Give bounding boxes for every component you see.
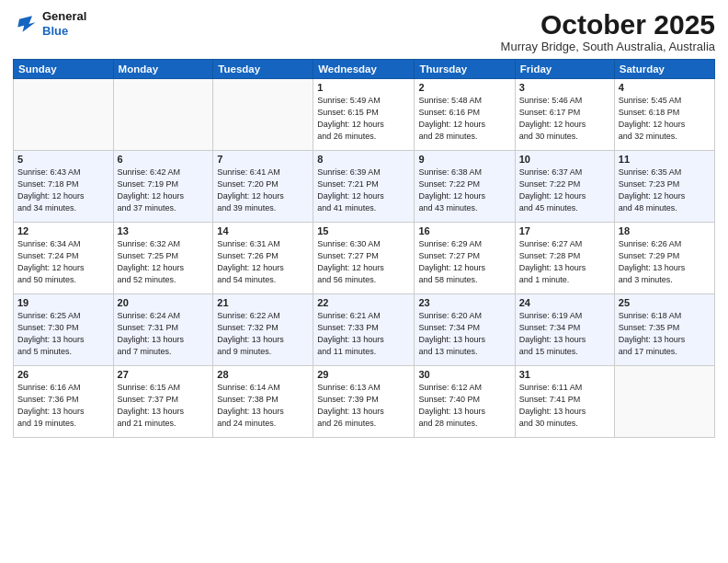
day-number: 5 — [17, 154, 109, 165]
day-number: 1 — [317, 82, 410, 93]
day-info: Sunrise: 6:35 AM Sunset: 7:23 PM Dayligh… — [619, 167, 711, 214]
table-row: 31Sunrise: 6:11 AM Sunset: 7:41 PM Dayli… — [515, 366, 614, 438]
day-info: Sunrise: 6:30 AM Sunset: 7:27 PM Dayligh… — [317, 238, 410, 286]
calendar-week-row: 12Sunrise: 6:34 AM Sunset: 7:24 PM Dayli… — [14, 223, 715, 294]
table-row: 17Sunrise: 6:27 AM Sunset: 7:28 PM Dayli… — [515, 223, 614, 294]
day-number: 16 — [418, 225, 510, 236]
col-monday: Monday — [113, 60, 213, 79]
table-row: 27Sunrise: 6:15 AM Sunset: 7:37 PM Dayli… — [113, 366, 213, 438]
day-number: 17 — [519, 225, 610, 236]
table-row: 11Sunrise: 6:35 AM Sunset: 7:23 PM Dayli… — [614, 151, 714, 223]
table-row: 15Sunrise: 6:30 AM Sunset: 7:27 PM Dayli… — [313, 223, 415, 294]
day-number: 29 — [317, 369, 410, 380]
day-number: 24 — [519, 297, 610, 308]
table-row: 20Sunrise: 6:24 AM Sunset: 7:31 PM Dayli… — [113, 294, 213, 366]
table-row: 30Sunrise: 6:12 AM Sunset: 7:40 PM Dayli… — [415, 366, 515, 438]
logo-line1: General — [42, 9, 86, 24]
table-row — [614, 366, 714, 438]
day-number: 23 — [418, 297, 510, 308]
logo-line2: Blue — [42, 24, 86, 39]
day-info: Sunrise: 6:12 AM Sunset: 7:40 PM Dayligh… — [418, 382, 510, 430]
day-number: 7 — [217, 154, 309, 165]
day-info: Sunrise: 6:14 AM Sunset: 7:38 PM Dayligh… — [217, 382, 309, 430]
calendar-week-row: 19Sunrise: 6:25 AM Sunset: 7:30 PM Dayli… — [14, 294, 715, 366]
day-number: 26 — [17, 369, 109, 380]
table-row: 9Sunrise: 6:38 AM Sunset: 7:22 PM Daylig… — [415, 151, 515, 223]
calendar-week-row: 5Sunrise: 6:43 AM Sunset: 7:18 PM Daylig… — [14, 151, 715, 223]
table-row — [113, 79, 213, 151]
table-row: 28Sunrise: 6:14 AM Sunset: 7:38 PM Dayli… — [213, 366, 313, 438]
day-number: 8 — [317, 154, 410, 165]
table-row: 16Sunrise: 6:29 AM Sunset: 7:27 PM Dayli… — [415, 223, 515, 294]
day-info: Sunrise: 6:42 AM Sunset: 7:19 PM Dayligh… — [118, 167, 210, 214]
day-info: Sunrise: 6:24 AM Sunset: 7:31 PM Dayligh… — [118, 310, 210, 358]
day-info: Sunrise: 6:22 AM Sunset: 7:32 PM Dayligh… — [217, 310, 309, 358]
col-saturday: Saturday — [614, 60, 714, 79]
table-row: 2Sunrise: 5:48 AM Sunset: 6:16 PM Daylig… — [415, 79, 515, 151]
calendar-week-row: 26Sunrise: 6:16 AM Sunset: 7:36 PM Dayli… — [14, 366, 715, 438]
day-number: 19 — [17, 297, 109, 308]
table-row: 18Sunrise: 6:26 AM Sunset: 7:29 PM Dayli… — [614, 223, 714, 294]
table-row: 3Sunrise: 5:46 AM Sunset: 6:17 PM Daylig… — [515, 79, 614, 151]
table-row: 6Sunrise: 6:42 AM Sunset: 7:19 PM Daylig… — [113, 151, 213, 223]
table-row: 12Sunrise: 6:34 AM Sunset: 7:24 PM Dayli… — [14, 223, 114, 294]
table-row: 29Sunrise: 6:13 AM Sunset: 7:39 PM Dayli… — [313, 366, 415, 438]
day-number: 3 — [519, 82, 610, 93]
table-row: 13Sunrise: 6:32 AM Sunset: 7:25 PM Dayli… — [113, 223, 213, 294]
table-row: 22Sunrise: 6:21 AM Sunset: 7:33 PM Dayli… — [313, 294, 415, 366]
day-info: Sunrise: 6:41 AM Sunset: 7:20 PM Dayligh… — [217, 167, 309, 214]
day-number: 9 — [418, 154, 510, 165]
day-info: Sunrise: 6:39 AM Sunset: 7:21 PM Dayligh… — [317, 167, 410, 214]
day-info: Sunrise: 6:43 AM Sunset: 7:18 PM Dayligh… — [17, 167, 109, 214]
day-info: Sunrise: 5:49 AM Sunset: 6:15 PM Dayligh… — [317, 95, 410, 143]
day-info: Sunrise: 5:46 AM Sunset: 6:17 PM Dayligh… — [519, 95, 610, 143]
day-info: Sunrise: 6:37 AM Sunset: 7:22 PM Dayligh… — [519, 167, 610, 214]
col-sunday: Sunday — [14, 60, 114, 79]
calendar-header-row: Sunday Monday Tuesday Wednesday Thursday… — [14, 60, 715, 79]
calendar: Sunday Monday Tuesday Wednesday Thursday… — [13, 59, 715, 438]
day-info: Sunrise: 6:25 AM Sunset: 7:30 PM Dayligh… — [17, 310, 109, 358]
day-info: Sunrise: 6:38 AM Sunset: 7:22 PM Dayligh… — [418, 167, 510, 214]
table-row — [14, 79, 114, 151]
day-number: 22 — [317, 297, 410, 308]
col-friday: Friday — [515, 60, 614, 79]
table-row: 19Sunrise: 6:25 AM Sunset: 7:30 PM Dayli… — [14, 294, 114, 366]
logo: General Blue — [13, 9, 86, 38]
day-number: 6 — [118, 154, 210, 165]
day-number: 14 — [217, 225, 309, 236]
day-number: 20 — [118, 297, 210, 308]
day-number: 2 — [418, 82, 510, 93]
table-row: 14Sunrise: 6:31 AM Sunset: 7:26 PM Dayli… — [213, 223, 313, 294]
day-number: 27 — [118, 369, 210, 380]
day-info: Sunrise: 6:34 AM Sunset: 7:24 PM Dayligh… — [17, 238, 109, 286]
table-row: 5Sunrise: 6:43 AM Sunset: 7:18 PM Daylig… — [14, 151, 114, 223]
col-wednesday: Wednesday — [313, 60, 415, 79]
col-thursday: Thursday — [415, 60, 515, 79]
day-info: Sunrise: 6:15 AM Sunset: 7:37 PM Dayligh… — [118, 382, 210, 430]
day-number: 18 — [619, 225, 711, 236]
day-info: Sunrise: 6:27 AM Sunset: 7:28 PM Dayligh… — [519, 238, 610, 286]
day-info: Sunrise: 6:20 AM Sunset: 7:34 PM Dayligh… — [418, 310, 510, 358]
day-info: Sunrise: 6:31 AM Sunset: 7:26 PM Dayligh… — [217, 238, 309, 286]
day-number: 10 — [519, 154, 610, 165]
day-info: Sunrise: 6:13 AM Sunset: 7:39 PM Dayligh… — [317, 382, 410, 430]
day-number: 30 — [418, 369, 510, 380]
day-number: 31 — [519, 369, 610, 380]
day-number: 12 — [17, 225, 109, 236]
table-row: 23Sunrise: 6:20 AM Sunset: 7:34 PM Dayli… — [415, 294, 515, 366]
table-row: 25Sunrise: 6:18 AM Sunset: 7:35 PM Dayli… — [614, 294, 714, 366]
day-info: Sunrise: 5:45 AM Sunset: 6:18 PM Dayligh… — [619, 95, 711, 143]
table-row: 4Sunrise: 5:45 AM Sunset: 6:18 PM Daylig… — [614, 79, 714, 151]
day-info: Sunrise: 6:19 AM Sunset: 7:34 PM Dayligh… — [519, 310, 610, 358]
table-row: 21Sunrise: 6:22 AM Sunset: 7:32 PM Dayli… — [213, 294, 313, 366]
table-row: 8Sunrise: 6:39 AM Sunset: 7:21 PM Daylig… — [313, 151, 415, 223]
table-row: 24Sunrise: 6:19 AM Sunset: 7:34 PM Dayli… — [515, 294, 614, 366]
table-row: 7Sunrise: 6:41 AM Sunset: 7:20 PM Daylig… — [213, 151, 313, 223]
day-number: 4 — [619, 82, 711, 93]
title-block: October 2025 Murray Bridge, South Austra… — [501, 9, 715, 53]
month-title: October 2025 — [501, 9, 715, 40]
day-info: Sunrise: 6:11 AM Sunset: 7:41 PM Dayligh… — [519, 382, 610, 430]
day-number: 13 — [118, 225, 210, 236]
day-info: Sunrise: 6:26 AM Sunset: 7:29 PM Dayligh… — [619, 238, 711, 286]
day-info: Sunrise: 5:48 AM Sunset: 6:16 PM Dayligh… — [418, 95, 510, 143]
